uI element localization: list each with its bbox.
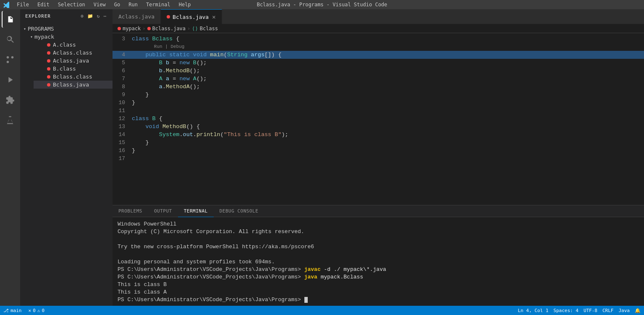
window-title: Bclass.java - Programs - Visual Studio C…	[257, 2, 387, 8]
menu-file[interactable]: File	[13, 1, 32, 8]
encoding-label: UTF-8	[584, 308, 597, 313]
line-content: }	[132, 99, 644, 107]
status-right: Ln 4, Col 1 Spaces: 4 UTF-8 CRLF Java 🔔	[518, 308, 641, 313]
svg-point-1	[11, 56, 14, 59]
file-bclass-java[interactable]: Bclass.java	[34, 81, 113, 89]
status-branch[interactable]: ⎇ main	[3, 308, 22, 313]
tab-aclass-java[interactable]: Aclass.java	[113, 9, 161, 24]
tab-bclass-java[interactable]: Bclass.java ✕	[161, 9, 222, 24]
title-bar-left: File Edit Selection View Go Run Terminal…	[3, 1, 194, 8]
breadcrumb-label: mypack	[123, 26, 141, 32]
code-line-11: 11	[113, 107, 644, 115]
line-num: 6	[113, 67, 132, 75]
panel-tab-terminal[interactable]: TERMINAL	[178, 205, 214, 217]
menu-selection[interactable]: Selection	[55, 1, 89, 8]
activity-extensions[interactable]	[2, 92, 18, 108]
activity-explorer[interactable]	[2, 11, 18, 28]
panel-tab-debug-console[interactable]: DEBUG CONSOLE	[214, 205, 264, 217]
code-line-10: 10 }	[113, 99, 644, 107]
menu-edit[interactable]: Edit	[34, 1, 53, 8]
status-line-ending[interactable]: CRLF	[602, 308, 614, 313]
term-line: PS C:\Users\Administrator\VSCode_Project…	[118, 273, 639, 281]
menu-help[interactable]: Help	[175, 1, 194, 8]
code-line-7: 7 A a = new A();	[113, 75, 644, 83]
status-errors[interactable]: ✕ 0 ⚠ 0	[29, 308, 45, 313]
code-editor[interactable]: 3 class Bclass { Run | Debug 4 public st…	[113, 33, 644, 205]
menu-run[interactable]: Run	[125, 1, 141, 8]
file-a-class[interactable]: A.class	[34, 41, 113, 49]
code-line-16: 16 }	[113, 147, 644, 155]
status-notifications[interactable]: 🔔	[635, 308, 641, 313]
breadcrumb-error-dot-2	[147, 27, 151, 30]
status-line-col[interactable]: Ln 4, Col 1	[518, 308, 548, 313]
code-line-13: 13 void MethodB() {	[113, 123, 644, 131]
error-indicator	[47, 59, 50, 63]
breadcrumb: mypack › Bclass.java › ⟨⟩ Bclass	[113, 24, 644, 33]
line-num: 3	[113, 35, 132, 43]
programs-folder[interactable]: ▾ PROGRAMS	[20, 25, 113, 33]
error-indicator	[47, 43, 50, 47]
code-line-run-debug: Run | Debug	[113, 43, 644, 51]
code-line-9: 9 }	[113, 91, 644, 99]
indent-label: Spaces: 4	[553, 308, 579, 313]
breadcrumb-bclass[interactable]: ⟨⟩ Bclass	[192, 26, 218, 32]
git-icon: ⎇	[3, 308, 9, 313]
breadcrumb-sep-2: ›	[187, 26, 190, 32]
file-b-class[interactable]: B.class	[34, 65, 113, 73]
line-content: }	[132, 91, 644, 99]
line-content: A a = new A();	[132, 75, 644, 83]
line-content: B b = new B();	[132, 59, 644, 67]
activity-test[interactable]	[2, 112, 18, 129]
error-count: 0	[33, 308, 36, 313]
file-label: Aclass.java	[53, 58, 89, 64]
terminal-content[interactable]: Windows PowerShell Copyright (C) Microso…	[113, 217, 644, 306]
arrow-down-icon: ▾	[24, 26, 26, 31]
file-bclass-class[interactable]: Bclass.class	[34, 73, 113, 81]
file-aclass-class[interactable]: Aclass.class	[34, 49, 113, 57]
activity-source-control[interactable]	[2, 51, 18, 68]
menu-terminal[interactable]: Terminal	[143, 1, 174, 8]
refresh-button[interactable]: ↻	[96, 13, 101, 20]
warning-count: 0	[42, 308, 45, 313]
line-num: 17	[113, 155, 132, 163]
error-indicator	[47, 51, 50, 55]
status-language[interactable]: Java	[619, 308, 630, 313]
code-line-17: 17	[113, 155, 644, 163]
error-indicator	[47, 83, 50, 87]
line-content: class B {	[132, 115, 644, 123]
line-content[interactable]: Run | Debug	[132, 43, 644, 51]
file-label: A.class	[53, 42, 76, 48]
code-line-14: 14 System.out.println("This is class B")…	[113, 131, 644, 139]
activity-run[interactable]	[2, 71, 18, 88]
panel-tab-problems[interactable]: PROBLEMS	[113, 205, 148, 217]
file-aclass-java[interactable]: Aclass.java	[34, 57, 113, 65]
menu-view[interactable]: View	[90, 1, 109, 8]
breadcrumb-error-dot	[118, 27, 121, 30]
collapse-button[interactable]: ⋯	[102, 13, 107, 20]
menu-go[interactable]: Go	[111, 1, 123, 8]
svg-point-0	[7, 61, 9, 63]
main-layout: EXPLORER ⊕ 📁 ↻ ⋯ ▾ PROGRAMS ▾ mypack	[0, 9, 644, 306]
breadcrumb-bclass-java[interactable]: Bclass.java	[147, 26, 186, 32]
status-indent[interactable]: Spaces: 4	[553, 308, 579, 313]
status-encoding[interactable]: UTF-8	[584, 308, 597, 313]
explorer-label: EXPLORER	[25, 13, 51, 19]
line-num: 5	[113, 59, 132, 67]
panel-tabs: PROBLEMS OUTPUT TERMINAL DEBUG CONSOLE	[113, 205, 644, 217]
mypack-folder[interactable]: ▾ mypack	[27, 33, 113, 41]
term-line: Windows PowerShell	[118, 220, 639, 228]
code-line-15: 15 }	[113, 139, 644, 147]
line-num: 8	[113, 83, 132, 91]
tab-label: Aclass.java	[118, 13, 154, 20]
breadcrumb-mypack[interactable]: mypack	[118, 26, 141, 32]
panel-tab-output[interactable]: OUTPUT	[148, 205, 178, 217]
editor-area: Aclass.java Bclass.java ✕ mypack › Bclas…	[113, 9, 644, 306]
new-file-button[interactable]: ⊕	[80, 13, 85, 20]
vscode-icon	[3, 1, 10, 8]
file-tree: ▾ PROGRAMS ▾ mypack A.class	[20, 23, 113, 306]
arrow-down-icon-2: ▾	[30, 34, 33, 39]
activity-bar	[0, 9, 20, 306]
close-tab-button[interactable]: ✕	[212, 14, 215, 20]
new-folder-button[interactable]: 📁	[86, 13, 94, 20]
activity-search[interactable]	[2, 31, 18, 48]
